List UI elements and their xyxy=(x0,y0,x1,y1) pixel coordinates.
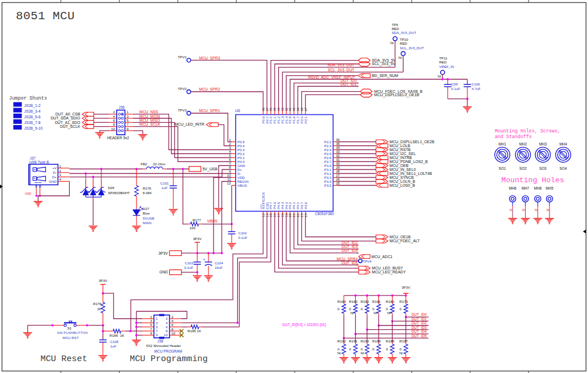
svg-text:4: 4 xyxy=(172,319,174,323)
svg-text:8: 8 xyxy=(166,329,168,333)
svg-text:SDA_3V3_DUT: SDA_3V3_DUT xyxy=(391,31,416,35)
svg-text:MCU_LED_READY: MCU_LED_READY xyxy=(372,270,406,275)
svg-text:8: 8 xyxy=(113,122,116,126)
svg-text:R187: R187 xyxy=(399,339,408,343)
svg-text:DUT_ID4: DUT_ID4 xyxy=(342,248,358,253)
svg-text:P0.2: P0.2 xyxy=(237,152,245,156)
svg-text:R179: R179 xyxy=(399,299,408,303)
svg-text:33: 33 xyxy=(336,150,340,153)
svg-text:0: 0 xyxy=(386,307,388,311)
svg-text:P3.6: P3.6 xyxy=(304,202,308,209)
svg-text:P2.3: P2.3 xyxy=(324,144,331,148)
svg-text:5V_USB: 5V_USB xyxy=(203,167,218,172)
svg-text:SCL_3V3_DUT: SCL_3V3_DUT xyxy=(400,46,424,50)
svg-text:R183: R183 xyxy=(349,299,357,303)
svg-text:R192: R192 xyxy=(338,339,346,343)
svg-text:REGIN: REGIN xyxy=(237,179,249,183)
svg-text:R177: R177 xyxy=(193,218,201,222)
svg-text:MCU RST: MCU RST xyxy=(63,336,79,340)
svg-text:1uF: 1uF xyxy=(161,186,168,190)
svg-text:0: 0 xyxy=(386,347,388,351)
svg-text:5X2 Shrouded Header: 5X2 Shrouded Header xyxy=(146,344,181,348)
svg-text:GND: GND xyxy=(237,164,245,168)
svg-text:NI: NI xyxy=(360,351,364,355)
svg-text:S1: S1 xyxy=(67,326,72,330)
svg-text:and Standoffs: and Standoffs xyxy=(495,134,532,140)
svg-text:11: 11 xyxy=(227,178,231,181)
svg-text:NI: NI xyxy=(399,351,403,355)
svg-text:2: 2 xyxy=(172,315,174,319)
svg-text:MCU_DSPLLSEL0_OE1B: MCU_DSPLLSEL0_OE1B xyxy=(374,93,420,97)
svg-text:C105: C105 xyxy=(110,340,119,344)
svg-text:2: 2 xyxy=(166,316,168,320)
svg-text:JS36_1-2: JS36_1-2 xyxy=(24,104,41,108)
svg-text:RED: RED xyxy=(439,60,447,64)
svg-text:31: 31 xyxy=(336,158,340,161)
svg-text:SO3: SO3 xyxy=(539,166,547,170)
svg-text:27: 27 xyxy=(336,174,340,177)
svg-text:MH4: MH4 xyxy=(559,142,567,146)
svg-text:35: 35 xyxy=(336,142,340,145)
svg-text:3: 3 xyxy=(156,321,158,325)
svg-text:8051 MCU: 8051 MCU xyxy=(16,10,75,23)
svg-text:R191: R191 xyxy=(349,339,357,343)
svg-text:J38: J38 xyxy=(157,339,164,343)
svg-text:32: 32 xyxy=(336,154,340,157)
svg-text:7: 7 xyxy=(150,327,152,331)
svg-text:SCL_3V3_5V: SCL_3V3_5V xyxy=(372,62,396,66)
svg-text:3P3V: 3P3V xyxy=(193,237,202,241)
svg-text:U6: U6 xyxy=(235,109,240,113)
svg-text:5: 5 xyxy=(156,325,158,329)
svg-text:NI: NI xyxy=(398,55,402,59)
svg-text:MCU_SCLK: MCU_SCLK xyxy=(139,122,160,127)
svg-text:NI: NI xyxy=(510,209,513,212)
svg-text:P2.6: P2.6 xyxy=(324,156,331,160)
svg-text:SCL_3V3_DUT: SCL_3V3_DUT xyxy=(328,68,355,72)
svg-text:D+: D+ xyxy=(237,168,242,172)
svg-text:3P3V: 3P3V xyxy=(402,285,411,289)
svg-text:SO2: SO2 xyxy=(519,166,527,170)
svg-text:TPV1: TPV1 xyxy=(178,55,187,59)
svg-text:MCU_SPR3: MCU_SPR3 xyxy=(199,56,220,61)
svg-text:0: 0 xyxy=(349,307,351,311)
svg-text:6: 6 xyxy=(166,325,168,329)
svg-text:P3.0: P3.0 xyxy=(324,164,331,168)
svg-text:SP0503BAHT: SP0503BAHT xyxy=(108,191,130,195)
svg-text:SO1: SO1 xyxy=(498,166,506,170)
svg-text:3P3V: 3P3V xyxy=(99,278,108,282)
svg-text:NI: NI xyxy=(547,209,549,212)
svg-text:NI: NI xyxy=(350,311,353,315)
svg-text:MCU_LED_INTR: MCU_LED_INTR xyxy=(174,122,204,127)
svg-text:MCU Programming: MCU Programming xyxy=(130,354,208,364)
svg-text:R181: R181 xyxy=(372,299,381,303)
svg-text:S1: S1 xyxy=(35,184,38,187)
svg-text:TPV3: TPV3 xyxy=(178,108,187,112)
svg-text:NI: NI xyxy=(390,41,394,45)
svg-text:29: 29 xyxy=(336,166,340,169)
svg-text:MCU_LOS0_B: MCU_LOS0_B xyxy=(390,183,415,188)
svg-text:GND: GND xyxy=(159,270,168,274)
svg-text:MH8: MH8 xyxy=(534,186,542,190)
svg-text:MCU_SPR1: MCU_SPR1 xyxy=(199,109,220,113)
svg-text:8.06K: 8.06K xyxy=(143,191,152,195)
svg-text:26: 26 xyxy=(336,178,340,181)
svg-text:34: 34 xyxy=(336,146,340,149)
svg-text:FB2: FB2 xyxy=(140,162,147,166)
svg-text:10uF: 10uF xyxy=(215,265,223,269)
svg-text:P2.7: P2.7 xyxy=(324,160,331,164)
svg-text:SO4: SO4 xyxy=(560,166,567,170)
svg-text:C99: C99 xyxy=(451,82,458,86)
svg-text:MCU_FDEC_ALT: MCU_FDEC_ALT xyxy=(390,239,420,243)
svg-text:RED: RED xyxy=(400,41,408,45)
svg-text:TP11: TP11 xyxy=(439,56,448,60)
svg-text:0: 0 xyxy=(338,347,340,351)
svg-text:Jumper Shunts: Jumper Shunts xyxy=(9,96,47,101)
svg-text:3: 3 xyxy=(150,319,152,323)
svg-text:J36: J36 xyxy=(119,105,125,109)
svg-text:100: 100 xyxy=(190,226,196,230)
svg-text:TPV2: TPV2 xyxy=(178,87,187,91)
svg-text:C103: C103 xyxy=(185,261,193,265)
svg-text:JS36_9-10: JS36_9-10 xyxy=(24,126,43,131)
svg-text:4.7uF: 4.7uF xyxy=(472,87,481,91)
svg-text:4: 4 xyxy=(113,114,116,118)
